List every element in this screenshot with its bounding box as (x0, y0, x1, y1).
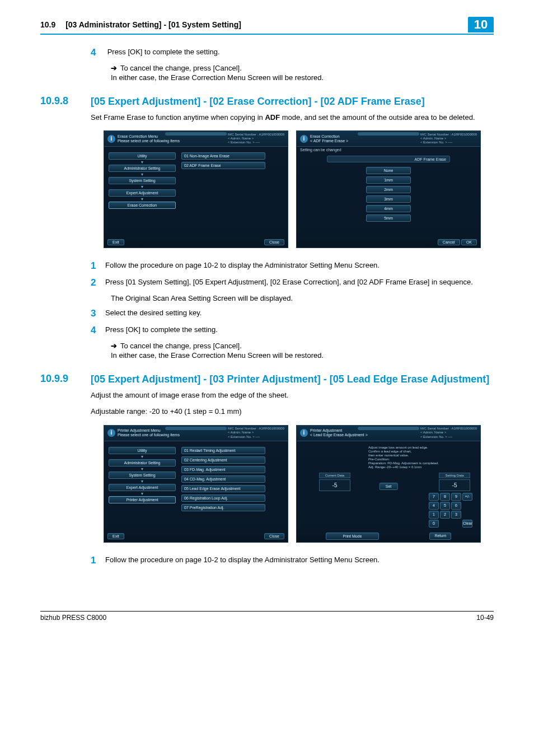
panel-title: Printer Adjustment Menu (118, 428, 228, 433)
serial-text: M/C Serial Number : A1RF001000000 (420, 133, 477, 137)
admin-text: < Admin. Name > (228, 431, 284, 435)
key-5[interactable]: 5 (440, 502, 450, 510)
key-9[interactable]: 9 (451, 493, 461, 501)
breadcrumb: Utility▾ Administrator Setting▾ System S… (109, 152, 176, 210)
menu-item[interactable]: 05 Lead Edge Erase Adjustment (181, 485, 265, 492)
admin-text: < Admin. Name > (420, 431, 477, 435)
menu-item[interactable]: 03 FD-Mag. Adjustment (181, 466, 265, 473)
ext-text: < Extension No. > ---- (228, 435, 284, 439)
key-7[interactable]: 7 (429, 493, 439, 501)
step-number: 3 (91, 308, 105, 319)
either-note: In either case, the Erase Correction Men… (111, 73, 494, 82)
ok-button[interactable]: OK (461, 239, 477, 245)
option-3mm[interactable]: 3mm (366, 195, 411, 203)
key-6[interactable]: 6 (451, 502, 461, 510)
key-4[interactable]: 4 (429, 502, 439, 510)
current-label: Current Data (319, 473, 350, 478)
option-1mm[interactable]: 1mm (366, 176, 411, 184)
screenshot-row: 2010/04/04 14:00 i Printer Adjustment Me… (91, 425, 494, 543)
crumb-system[interactable]: System Setting (109, 472, 176, 479)
print-mode-button[interactable]: Print Mode (326, 533, 380, 540)
menu-item[interactable]: 07 PreRegistration Adj. (181, 504, 265, 511)
screenshot-row: 2010/04/04 14:00 i Erase Correction Menu… (91, 130, 494, 248)
crumb-admin[interactable]: Administrator Setting (109, 165, 176, 172)
header-section-number: 10.9 (40, 20, 55, 29)
key-3[interactable]: 3 (451, 511, 461, 519)
admin-text: < Admin. Name > (228, 137, 284, 141)
subsection-number: 10.9.8 (40, 95, 91, 107)
crumb-printer-adjust[interactable]: Printer Adjustment (109, 496, 176, 503)
section-intro: Set Frame Erase to function anytime when… (91, 113, 494, 123)
setting-label: Setting Data (439, 473, 470, 478)
panel-subtitle: < Lead Edge Erase Adjustment > (310, 433, 420, 437)
ext-text: < Extension No. > ---- (420, 435, 477, 439)
step-number: 1 (91, 555, 105, 566)
subsection-title: [05 Expert Adjustment] - [03 Printer Adj… (91, 373, 494, 386)
step-text: Press [OK] to complete the setting. (105, 325, 491, 335)
crumb-utility[interactable]: Utility (109, 447, 176, 454)
breadcrumb: Utility▾ Administrator Setting▾ System S… (109, 447, 176, 505)
key-clear[interactable]: Clear (462, 520, 472, 528)
numeric-keypad: 7 8 9 +/- 4 5 6 1 2 3 0 (429, 493, 472, 528)
crumb-expert[interactable]: Expert Adjustment (109, 189, 176, 197)
key-sign[interactable]: +/- (462, 493, 472, 501)
screenshot-erase-menu: 2010/04/04 14:00 i Erase Correction Menu… (104, 130, 288, 248)
menu-item[interactable]: 04 CD-Mag. Adjustment (181, 475, 265, 483)
step-text: Follow the procedure on page 10-2 to dis… (105, 260, 491, 271)
panel-subtitle: < ADF Frame Erase > (310, 139, 420, 143)
option-none[interactable]: None (366, 167, 411, 174)
exit-button[interactable]: Exit (107, 533, 124, 539)
key-1[interactable]: 1 (429, 511, 439, 519)
description-text: Adjust image loss amount on lead edge. C… (368, 446, 475, 470)
menu-item-non-image[interactable]: 01 Non-Image Area Erase (181, 152, 265, 160)
menu-item-adf-frame[interactable]: 02 ADF Frame Erase (181, 162, 265, 169)
footer-page: 10-49 (476, 614, 494, 622)
crumb-utility[interactable]: Utility (109, 152, 176, 160)
info-icon: i (300, 135, 308, 143)
chapter-badge: 10 (468, 17, 494, 32)
cancel-button[interactable]: Cancel (438, 239, 460, 245)
cancel-note: To cancel the change, press [Cancel]. (120, 342, 242, 350)
panel-title: Erase Correction (310, 134, 420, 139)
cancel-note: To cancel the change, press [Cancel]. (120, 64, 242, 72)
info-icon: i (107, 135, 115, 143)
return-button[interactable]: Return (429, 533, 451, 540)
key-0[interactable]: 0 (429, 520, 439, 528)
step-text: Press [01 System Setting], [05 Expert Ad… (105, 277, 491, 288)
set-button[interactable]: Set (380, 483, 398, 490)
menu-item[interactable]: 02 Centering Adjustment (181, 456, 265, 464)
step-number: 2 (91, 277, 105, 288)
key-2[interactable]: 2 (440, 511, 450, 519)
crumb-expert[interactable]: Expert Adjustment (109, 484, 176, 491)
option-4mm[interactable]: 4mm (366, 205, 411, 212)
crumb-system[interactable]: System Setting (109, 177, 176, 184)
step-number: 4 (91, 47, 105, 58)
ext-text: < Extension No. > ---- (420, 141, 477, 144)
close-button[interactable]: Close (264, 239, 284, 245)
status-banner: Setting can be changed (300, 148, 341, 152)
key-8[interactable]: 8 (440, 493, 450, 501)
admin-text: < Admin. Name > (420, 137, 477, 141)
exit-button[interactable]: Exit (107, 239, 124, 245)
either-note: In either case, the Erase Correction Men… (111, 351, 494, 360)
serial-text: M/C Serial Number : A1RF001000000 (420, 427, 477, 431)
panel-subtitle: Please select one of following items (118, 139, 228, 143)
ext-text: < Extension No. > ---- (228, 141, 284, 144)
panel-subtitle: Please select one of following items (118, 433, 228, 437)
option-2mm[interactable]: 2mm (366, 186, 411, 193)
info-icon: i (107, 429, 115, 437)
crumb-erase-correction[interactable]: Erase Correction (109, 202, 176, 209)
panel-title: Printer Adjustment (310, 428, 420, 433)
option-5mm[interactable]: 5mm (366, 214, 411, 222)
serial-text: M/C Serial Number : A1RF001000000 (228, 427, 284, 431)
menu-item[interactable]: 06 Registration Loop Adj. (181, 494, 265, 502)
subsection-title: [05 Expert Adjustment] - [02 Erase Corre… (91, 95, 494, 108)
setting-value: -5 (439, 479, 470, 491)
menu-item[interactable]: 01 Restart Timing Adjustment (181, 447, 265, 454)
crumb-admin[interactable]: Administrator Setting (109, 459, 176, 466)
step-text: Press [OK] to complete the setting. (107, 47, 494, 58)
close-button[interactable]: Close (264, 533, 284, 539)
section-p2: Adjustable range: -20 to +40 (1 step = 0… (91, 407, 494, 417)
panel-title: Erase Correction Menu (118, 134, 228, 139)
current-value: -5 (319, 479, 350, 491)
